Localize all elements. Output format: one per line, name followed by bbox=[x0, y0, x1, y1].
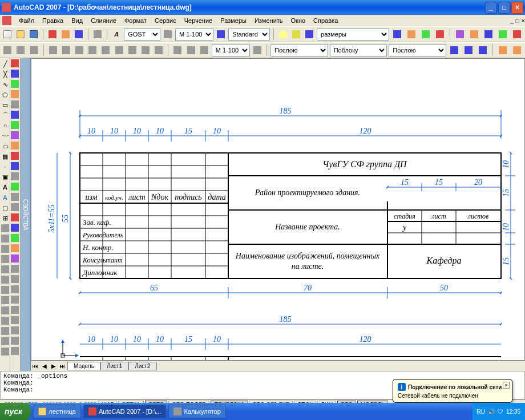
text-style-select[interactable]: GOST bbox=[124, 29, 160, 41]
menu-format[interactable]: Формат bbox=[120, 16, 151, 25]
hatch-tool[interactable]: ▦ bbox=[1, 152, 10, 161]
join-tool[interactable] bbox=[11, 183, 20, 192]
tb-r5[interactable] bbox=[454, 28, 466, 41]
mdi-close-button[interactable]: × bbox=[522, 17, 525, 24]
tb2-2[interactable] bbox=[60, 44, 72, 56]
drawing-canvas[interactable]: 185 10 10 10 10 15 10 120 bbox=[31, 58, 525, 361]
tb-r4[interactable] bbox=[434, 28, 446, 41]
block-tool[interactable]: ▣ bbox=[1, 172, 10, 181]
copy-tool[interactable] bbox=[11, 70, 20, 79]
mt2[interactable] bbox=[11, 234, 20, 243]
mdi-minimize-icon[interactable]: _ bbox=[510, 18, 514, 24]
tb2-8[interactable] bbox=[140, 44, 151, 56]
extend-tool[interactable] bbox=[11, 162, 20, 171]
polygon-tool[interactable]: ⬠ bbox=[1, 90, 10, 99]
dt4[interactable] bbox=[1, 255, 10, 264]
tb-r1[interactable] bbox=[391, 28, 403, 41]
calc-button[interactable] bbox=[92, 28, 103, 41]
clock[interactable]: 12:35 bbox=[506, 409, 520, 415]
tray-icon-2[interactable]: 🛡 bbox=[498, 409, 503, 415]
task-item-1[interactable]: лестница bbox=[33, 405, 81, 418]
mirror-tool[interactable] bbox=[11, 80, 20, 89]
dt13[interactable] bbox=[1, 347, 10, 356]
dim-style-select[interactable]: Standard bbox=[228, 29, 270, 41]
region-tool[interactable]: ▢ bbox=[1, 203, 10, 212]
tab-last[interactable]: ⏭ bbox=[58, 362, 67, 371]
stretch-tool[interactable] bbox=[11, 142, 20, 151]
xline-tool[interactable]: ╳ bbox=[1, 70, 10, 79]
tb2-3[interactable] bbox=[74, 44, 85, 56]
mt11[interactable] bbox=[11, 326, 20, 336]
mt9[interactable] bbox=[11, 306, 20, 315]
dt11[interactable] bbox=[1, 326, 10, 336]
dt9[interactable] bbox=[1, 306, 10, 315]
layer-off-icon[interactable] bbox=[277, 28, 289, 41]
tb-r8[interactable] bbox=[496, 28, 509, 41]
task-item-3[interactable]: Калькулятор bbox=[168, 405, 225, 418]
open-button[interactable] bbox=[15, 28, 26, 41]
dim-style-icon[interactable] bbox=[215, 28, 227, 41]
tb-r7[interactable] bbox=[482, 28, 495, 41]
lang-indicator[interactable]: RU bbox=[477, 409, 485, 415]
dt5[interactable] bbox=[1, 265, 10, 274]
tb2-13[interactable] bbox=[252, 44, 263, 56]
menu-draw[interactable]: Черчение bbox=[180, 16, 217, 25]
mt13[interactable] bbox=[11, 347, 20, 356]
maximize-button[interactable]: □ bbox=[498, 2, 510, 14]
tb2-r1[interactable] bbox=[448, 44, 461, 56]
tb2-11[interactable] bbox=[185, 44, 196, 56]
move-tool[interactable] bbox=[11, 111, 20, 120]
dt6[interactable] bbox=[1, 275, 10, 284]
notify-close-button[interactable]: × bbox=[503, 382, 510, 389]
circle-tool[interactable]: ○ bbox=[1, 121, 10, 130]
arc-tool[interactable]: ⌒ bbox=[1, 111, 10, 120]
mt3[interactable] bbox=[11, 244, 20, 253]
explode-tool[interactable] bbox=[11, 213, 20, 223]
tab-layout1[interactable]: Лист1 bbox=[100, 362, 128, 370]
linetype-select[interactable]: Поблоку bbox=[330, 45, 387, 56]
erase-tool[interactable] bbox=[11, 59, 20, 68]
mt8[interactable] bbox=[11, 296, 20, 305]
trim-tool[interactable] bbox=[11, 152, 20, 161]
tb2-7[interactable] bbox=[127, 44, 138, 56]
dt12[interactable] bbox=[1, 337, 10, 346]
text-tool-b[interactable]: A bbox=[1, 193, 10, 202]
save-button[interactable] bbox=[28, 28, 39, 41]
color-select[interactable]: Послою bbox=[270, 45, 328, 56]
tb2-12[interactable] bbox=[199, 44, 210, 56]
scale-select[interactable]: M 1-100 bbox=[175, 29, 213, 41]
pline-tool[interactable]: ∿ bbox=[1, 80, 10, 89]
layer-select[interactable]: размеры bbox=[317, 29, 389, 41]
scale-tool[interactable] bbox=[11, 131, 20, 140]
tb2-5[interactable] bbox=[100, 44, 111, 56]
menu-tools[interactable]: Сервис bbox=[151, 16, 180, 25]
tb-r6[interactable] bbox=[468, 28, 480, 41]
mt5[interactable] bbox=[11, 265, 20, 274]
rect-tool[interactable]: ▭ bbox=[1, 100, 10, 110]
table-tool[interactable]: ⊞ bbox=[1, 213, 10, 223]
line-tool[interactable]: ╱ bbox=[1, 59, 10, 68]
properties-panel-tab[interactable]: СВОЙСТВА bbox=[21, 58, 31, 371]
menu-view[interactable]: Вид bbox=[67, 16, 87, 25]
chamfer-tool[interactable] bbox=[11, 193, 20, 202]
offset-tool[interactable] bbox=[11, 90, 20, 99]
fillet-tool[interactable] bbox=[11, 203, 20, 212]
mt10[interactable] bbox=[11, 316, 20, 325]
dt7[interactable] bbox=[1, 285, 10, 294]
font-icon[interactable]: A bbox=[111, 28, 122, 41]
menu-file[interactable]: Файл bbox=[15, 16, 38, 25]
text-tool-a[interactable]: A bbox=[1, 183, 10, 192]
menu-modify[interactable]: Изменить bbox=[251, 16, 287, 25]
menu-dim[interactable]: Размеры bbox=[216, 16, 251, 25]
dt10[interactable] bbox=[1, 316, 10, 325]
array-tool[interactable] bbox=[11, 100, 20, 110]
cut-button[interactable] bbox=[47, 28, 58, 41]
mt6[interactable] bbox=[11, 275, 20, 284]
point-tool[interactable]: · bbox=[1, 162, 10, 171]
mt1[interactable] bbox=[11, 224, 20, 233]
task-item-2[interactable]: AutoCAD 2007 - [D:\... bbox=[83, 405, 166, 418]
dt3[interactable] bbox=[1, 244, 10, 253]
layer-freeze-icon[interactable] bbox=[290, 28, 302, 41]
tab-layout2[interactable]: Лист2 bbox=[128, 362, 156, 370]
mt4[interactable] bbox=[11, 255, 20, 264]
